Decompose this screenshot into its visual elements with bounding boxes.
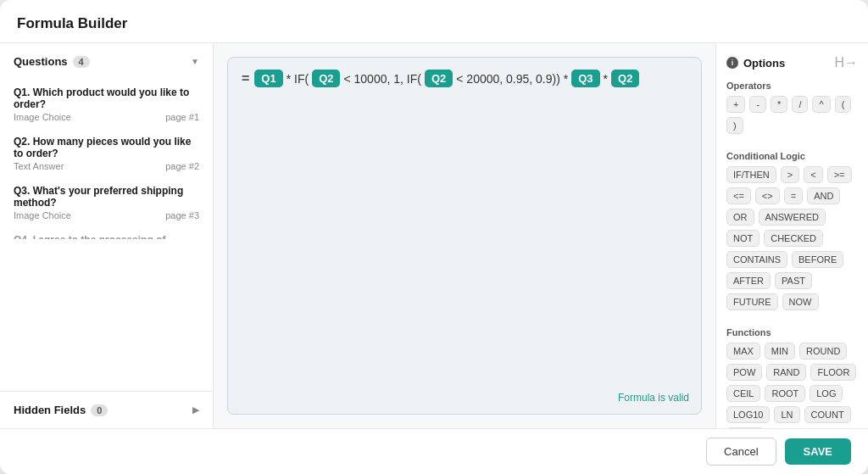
question-meta-q2: Text Answer page #2 — [14, 161, 199, 171]
question-label-q2: Q2. How many pieces would you like to or… — [14, 136, 199, 159]
cond-or[interactable]: OR — [726, 209, 754, 226]
cond-contains[interactable]: CONTAINS — [726, 251, 787, 268]
cond-lt[interactable]: < — [804, 166, 822, 183]
fn-root[interactable]: ROOT — [765, 385, 805, 402]
cond-and[interactable]: AND — [807, 187, 840, 204]
questions-label: Questions 4 — [14, 55, 90, 68]
cond-before[interactable]: BEFORE — [792, 251, 843, 268]
fn-floor[interactable]: FLOOR — [810, 364, 856, 381]
save-button[interactable]: SAVE — [785, 438, 851, 465]
formula-pill-q2a[interactable]: Q2 — [312, 70, 340, 87]
cond-now[interactable]: NOW — [782, 293, 819, 310]
operators-section: Operators + - * / ^ ( ) — [726, 81, 858, 141]
operator-plus[interactable]: + — [726, 96, 745, 113]
operator-minus[interactable]: - — [749, 96, 766, 113]
center-panel: = Q1 * IF( Q2 < 10000, 1, IF( Q2 < 20000… — [214, 43, 715, 428]
hidden-fields-section[interactable]: Hidden Fields 0 ▶ — [0, 391, 213, 428]
fn-log10[interactable]: LOG10 — [726, 406, 770, 423]
formula-pill-q3[interactable]: Q3 — [571, 70, 599, 87]
modal-header: Formula Builder — [0, 0, 868, 43]
fn-ln[interactable]: LN — [774, 406, 799, 423]
operator-divide[interactable]: / — [792, 96, 808, 113]
cond-not[interactable]: NOT — [726, 230, 760, 247]
fn-log[interactable]: LOG — [810, 385, 843, 402]
conditional-logic-section: Conditional Logic IF/THEN > < >= <= <> =… — [726, 151, 858, 317]
functions-pills: MAX MIN ROUND POW RAND FLOOR CEIL ROOT L… — [726, 343, 858, 428]
cond-checked[interactable]: CHECKED — [764, 230, 823, 247]
fn-ceil[interactable]: CEIL — [726, 385, 760, 402]
fn-round[interactable]: ROUND — [799, 343, 847, 360]
question-item-q2[interactable]: Q2. How many pieces would you like to or… — [0, 129, 213, 178]
info-icon: i — [726, 57, 738, 69]
formula-builder-modal: Formula Builder Questions 4 ▼ Q1. Which … — [0, 0, 868, 474]
fn-pow[interactable]: POW — [726, 364, 762, 381]
cond-gt[interactable]: > — [781, 166, 799, 183]
right-panel: i Options H→ Operators + - * / ^ ( ) Co — [715, 43, 868, 428]
operator-power[interactable]: ^ — [812, 96, 830, 113]
formula-equals-symbol: = — [242, 71, 249, 86]
fn-count[interactable]: COUNT — [804, 406, 851, 423]
question-item-q1[interactable]: Q1. Which product would you like to orde… — [0, 80, 213, 129]
modal-body: Questions 4 ▼ Q1. Which product would yo… — [0, 43, 868, 428]
fn-min[interactable]: MIN — [765, 343, 795, 360]
cond-after[interactable]: AFTER — [726, 272, 771, 289]
cond-ifthen[interactable]: IF/THEN — [726, 166, 776, 183]
question-meta-q1: Image Choice page #1 — [14, 112, 199, 122]
formula-text-3: < 20000, 0.95, 0.9)) * — [456, 72, 568, 86]
operator-close-paren[interactable]: ) — [726, 117, 743, 134]
close-icon[interactable]: H→ — [834, 55, 858, 70]
formula-text-2: < 10000, 1, IF( — [343, 72, 420, 86]
question-item-q4: Q4. I agree to the processing of persona… — [0, 227, 213, 239]
formula-content: = Q1 * IF( Q2 < 10000, 1, IF( Q2 < 20000… — [242, 70, 687, 87]
hidden-fields-chevron-icon: ▶ — [192, 404, 199, 415]
options-title: i Options — [726, 57, 785, 70]
conditional-pills: IF/THEN > < >= <= <> = AND OR ANSWERED N… — [726, 166, 858, 310]
questions-list: Q1. Which product would you like to orde… — [0, 80, 213, 239]
hidden-fields-count-badge: 0 — [91, 404, 108, 416]
formula-text-1: * IF( — [287, 72, 309, 86]
hidden-fields-label: Hidden Fields 0 — [14, 404, 108, 416]
question-label-q3: Q3. What's your preferred shipping metho… — [14, 185, 199, 209]
question-meta-q3: Image Choice page #3 — [14, 210, 199, 220]
formula-valid-message: Formula is valid — [618, 392, 689, 404]
right-panel-header: i Options H→ — [726, 55, 858, 70]
cond-gte[interactable]: >= — [827, 166, 852, 183]
question-item-q3[interactable]: Q3. What's your preferred shipping metho… — [0, 178, 213, 227]
cond-answered[interactable]: ANSWERED — [759, 209, 826, 226]
operators-pills: + - * / ^ ( ) — [726, 96, 858, 134]
operator-open-paren[interactable]: ( — [835, 96, 852, 113]
cond-past[interactable]: PAST — [775, 272, 812, 289]
operators-label: Operators — [726, 81, 858, 91]
question-label-q1: Q1. Which product would you like to orde… — [14, 86, 199, 110]
functions-section: Functions MAX MIN ROUND POW RAND FLOOR C… — [726, 327, 858, 428]
functions-label: Functions — [726, 327, 858, 337]
fn-rand[interactable]: RAND — [766, 364, 806, 381]
formula-pill-q2c[interactable]: Q2 — [611, 70, 639, 87]
left-panel: Questions 4 ▼ Q1. Which product would yo… — [0, 43, 214, 428]
question-label-q4: Q4. I agree to the processing of persona… — [14, 234, 199, 239]
cond-neq[interactable]: <> — [755, 187, 780, 204]
formula-pill-q1[interactable]: Q1 — [254, 70, 282, 87]
conditional-label: Conditional Logic — [726, 151, 858, 161]
modal-title: Formula Builder — [17, 15, 127, 31]
formula-pill-q2b[interactable]: Q2 — [425, 70, 453, 87]
cond-lte[interactable]: <= — [726, 187, 751, 204]
modal-footer: Cancel SAVE — [0, 428, 868, 474]
formula-text-4: * — [604, 72, 608, 86]
formula-area[interactable]: = Q1 * IF( Q2 < 10000, 1, IF( Q2 < 20000… — [227, 57, 702, 415]
operator-multiply[interactable]: * — [771, 96, 787, 113]
questions-section-header[interactable]: Questions 4 ▼ — [0, 43, 213, 80]
cancel-button[interactable]: Cancel — [706, 438, 776, 466]
questions-count-badge: 4 — [73, 56, 90, 68]
fn-max[interactable]: MAX — [726, 343, 760, 360]
cond-eq[interactable]: = — [784, 187, 803, 204]
cond-future[interactable]: FUTURE — [726, 293, 778, 310]
questions-chevron-icon: ▼ — [191, 57, 199, 66]
